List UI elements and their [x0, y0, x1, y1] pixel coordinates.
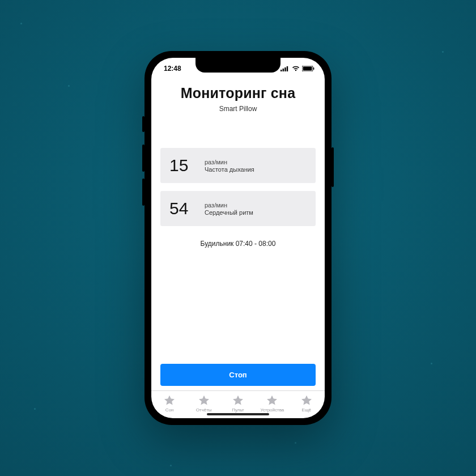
screen: 12:48 Мониторинг сна Smart Pillow	[151, 58, 325, 418]
star-icon	[232, 394, 244, 407]
breathing-unit: раз/мин	[205, 158, 254, 166]
svg-rect-1	[283, 69, 284, 71]
tab-reports[interactable]: Отчёты	[186, 394, 220, 413]
svg-rect-2	[284, 67, 286, 71]
tab-label: Отчёты	[196, 407, 212, 413]
home-indicator[interactable]	[207, 413, 269, 415]
app-content: Мониторинг сна Smart Pillow 15 раз/мин Ч…	[151, 77, 325, 418]
tab-label: Устройства	[260, 407, 284, 413]
tab-remote[interactable]: Пульт	[221, 394, 255, 413]
tab-label: Ещё	[302, 407, 311, 413]
metric-card-breathing: 15 раз/мин Частота дыхания	[160, 148, 316, 183]
page-title: Мониторинг сна	[160, 85, 316, 101]
heart-unit: раз/мин	[205, 201, 253, 209]
phone-body: 12:48 Мониторинг сна Smart Pillow	[144, 51, 332, 425]
cellular-icon	[280, 66, 290, 71]
tab-more[interactable]: Ещё	[290, 394, 324, 413]
tab-label: Сон	[165, 407, 174, 413]
wifi-icon	[292, 66, 300, 71]
device-name: Smart Pillow	[160, 105, 316, 113]
tab-sleep[interactable]: Сон	[152, 394, 186, 413]
heart-label: Сердечный ритм	[205, 209, 253, 216]
breathing-value: 15	[169, 156, 194, 175]
tab-label: Пульт	[232, 407, 244, 413]
alarm-text: Будильник 07:40 - 08:00	[160, 240, 316, 248]
svg-rect-6	[313, 67, 314, 70]
metrics-list: 15 раз/мин Частота дыхания 54 раз/мин Се…	[160, 148, 316, 226]
heart-value: 54	[169, 199, 194, 218]
side-button-power	[332, 147, 334, 187]
phone-mockup: 12:48 Мониторинг сна Smart Pillow	[144, 51, 332, 425]
notch	[196, 58, 280, 73]
svg-rect-5	[303, 67, 312, 71]
tab-devices[interactable]: Устройства	[255, 394, 289, 413]
svg-rect-3	[287, 66, 288, 71]
stop-button[interactable]: Стоп	[160, 364, 316, 386]
star-icon	[300, 394, 313, 407]
status-time: 12:48	[164, 65, 181, 73]
battery-icon	[302, 66, 314, 71]
svg-rect-0	[280, 70, 282, 71]
star-icon	[266, 394, 278, 407]
star-icon	[163, 394, 176, 407]
metric-card-heart: 54 раз/мин Сердечный ритм	[160, 191, 316, 226]
breathing-label: Частота дыхания	[205, 166, 254, 173]
status-indicators	[280, 66, 314, 71]
star-icon	[198, 394, 210, 407]
